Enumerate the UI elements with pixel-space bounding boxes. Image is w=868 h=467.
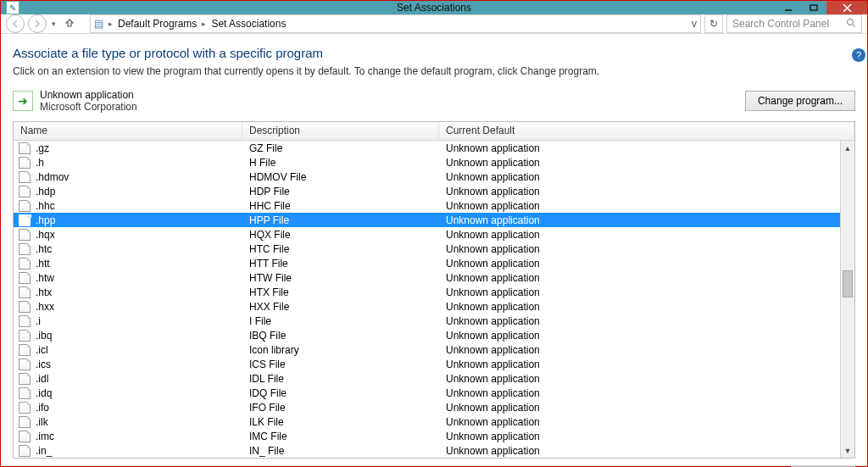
file-icon [19,301,31,313]
row-extension: .gz [36,142,49,154]
explorer-nav-row: ▾ ▤ ▸ Default Programs ▸ Set Association… [1,14,867,34]
table-row[interactable]: .hppHPP FileUnknown application [14,213,840,227]
file-icon [19,243,31,255]
row-current-default: Unknown application [439,171,840,183]
column-current-default[interactable]: Current Default [439,122,854,140]
row-extension: .ics [36,359,51,370]
row-current-default: Unknown application [439,200,840,212]
row-current-default: Unknown application [439,387,840,399]
row-current-default: Unknown application [439,445,840,457]
page-content: Associate a file type or protocol with a… [1,34,867,465]
window-title: Set Associations [397,2,471,14]
table-row[interactable]: .imcIMC FileUnknown application [14,429,840,443]
row-current-default: Unknown application [439,416,840,428]
file-icon [19,445,31,457]
close-button[interactable] [826,1,867,14]
table-row[interactable]: .htxHTX FileUnknown application [14,285,840,299]
row-current-default: Unknown application [439,214,840,226]
table-row[interactable]: .hqxHQX FileUnknown application [14,227,840,242]
search-input[interactable]: Search Control Panel [726,14,862,33]
address-bar[interactable]: ▤ ▸ Default Programs ▸ Set Associations … [90,14,701,33]
file-icon [19,344,31,356]
table-row[interactable]: .hxxHXX FileUnknown application [14,299,840,314]
table-row[interactable]: .httHTT FileUnknown application [14,256,840,270]
svg-point-4 [848,19,854,25]
file-icon [19,157,31,169]
search-icon [846,18,856,31]
row-current-default: Unknown application [439,286,840,298]
table-row[interactable]: .idqIDQ FileUnknown application [14,386,840,400]
table-row[interactable]: .iI FileUnknown application [14,314,840,328]
table-row[interactable]: .htcHTC FileUnknown application [14,242,840,256]
row-description: HPP File [242,214,439,226]
table-row[interactable]: .in_IN_ FileUnknown application [14,443,840,458]
file-icon [19,142,31,154]
chevron-right-icon: ▸ [202,19,206,28]
column-description[interactable]: Description [242,122,439,140]
history-dropdown-icon[interactable]: ▾ [52,19,56,28]
table-row[interactable]: .hdmovHDMOV FileUnknown application [14,170,840,184]
file-icon [19,214,31,226]
scroll-track[interactable] [841,155,854,443]
table-row[interactable]: .ilkILK FileUnknown application [14,414,840,429]
table-row[interactable]: .iclIcon libraryUnknown application [14,342,840,357]
row-current-default: Unknown application [439,272,840,284]
row-current-default: Unknown application [439,402,840,414]
row-extension: .h [36,157,44,169]
row-extension: .hhc [36,200,55,212]
svg-line-5 [853,25,855,27]
vertical-scrollbar[interactable]: ▲ ▼ [840,141,854,458]
row-description: HTC File [242,243,439,255]
address-dropdown-icon[interactable]: v [692,18,697,30]
table-body[interactable]: .gzGZ FileUnknown application.hH FileUnk… [14,141,840,458]
file-icon [19,387,31,399]
row-description: ILK File [242,416,439,428]
change-program-button[interactable]: Change program... [745,91,855,111]
table-row[interactable]: .idlIDL FileUnknown application [14,371,840,386]
table-row[interactable]: .hhcHHC FileUnknown application [14,198,840,213]
column-name[interactable]: Name [14,122,242,140]
table-row[interactable]: .icsICS FileUnknown application [14,357,840,371]
associations-table: Name Description Current Default .gzGZ F… [13,121,855,459]
row-extension: .htx [36,286,52,298]
minimize-button[interactable] [776,1,801,14]
row-description: IMC File [242,431,439,442]
breadcrumb-set-associations[interactable]: Set Associations [211,18,286,30]
row-description: HHC File [242,200,439,212]
refresh-button[interactable]: ↻ [704,14,723,33]
row-description: GZ File [242,142,439,154]
row-description: IFO File [242,402,439,414]
row-extension: .htt [36,258,50,270]
row-description: IDQ File [242,387,439,399]
row-extension: .hpp [36,214,55,226]
file-icon [19,272,31,284]
selected-app-name: Unknown application [40,89,137,101]
row-extension: .imc [36,431,54,442]
back-button[interactable] [6,14,25,33]
row-current-default: Unknown application [439,243,840,255]
table-row[interactable]: .gzGZ FileUnknown application [14,141,840,155]
table-row[interactable]: .hdpHDP FileUnknown application [14,184,840,198]
file-icon [19,330,31,342]
titlebar[interactable]: ✎ Set Associations [1,1,867,14]
file-icon [19,373,31,385]
breadcrumb-default-programs[interactable]: Default Programs [118,18,197,30]
table-row[interactable]: .hH FileUnknown application [14,155,840,170]
table-row[interactable]: .htwHTW FileUnknown application [14,270,840,285]
scroll-down-icon[interactable]: ▼ [841,443,854,458]
system-menu-icon[interactable]: ✎ [6,1,19,14]
page-subtext: Click on an extension to view the progra… [13,65,855,77]
svg-rect-1 [810,5,817,10]
window-buttons [776,1,867,14]
table-row[interactable]: .ibqIBQ FileUnknown application [14,328,840,342]
row-description: HQX File [242,229,439,241]
forward-button[interactable] [28,14,47,33]
scroll-thumb[interactable] [843,270,853,297]
file-icon [19,431,31,442]
up-button[interactable] [61,18,78,31]
scroll-up-icon[interactable]: ▲ [841,141,854,155]
maximize-button[interactable] [801,1,826,14]
table-row[interactable]: .ifoIFO FileUnknown application [14,400,840,414]
row-extension: .htc [36,243,52,255]
file-icon [19,416,31,428]
